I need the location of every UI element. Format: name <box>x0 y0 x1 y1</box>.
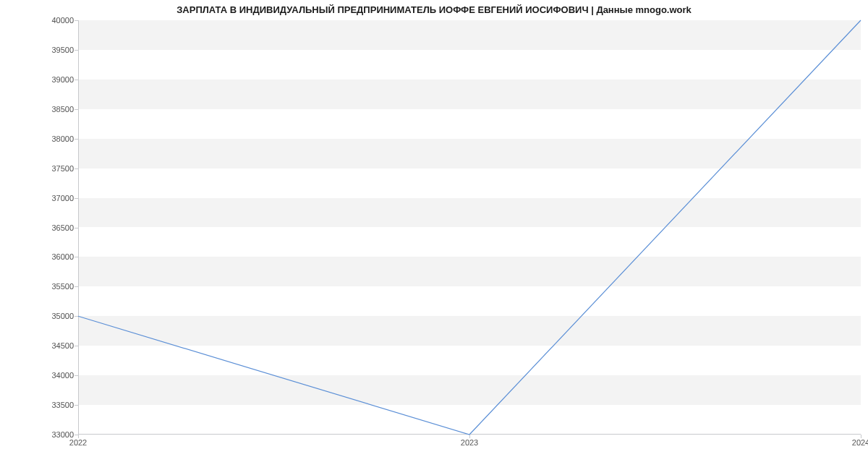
y-tick-mark <box>75 346 78 346</box>
y-tick-label: 33500 <box>9 401 74 409</box>
y-tick-mark <box>75 168 78 169</box>
y-tick-label: 37000 <box>9 194 74 202</box>
y-tick-label: 33000 <box>9 430 74 439</box>
x-tick-label: 2024 <box>852 438 868 447</box>
y-tick-label: 34500 <box>9 341 74 350</box>
y-tick-mark <box>75 139 78 140</box>
y-tick-label: 40000 <box>9 16 74 25</box>
y-tick-label: 34000 <box>9 371 74 380</box>
y-tick-label: 39500 <box>9 46 74 54</box>
y-tick-label: 37500 <box>9 164 74 173</box>
y-tick-mark <box>75 257 78 257</box>
y-tick-mark <box>75 20 78 21</box>
y-tick-mark <box>75 80 78 80</box>
y-tick-label: 36000 <box>9 252 74 261</box>
y-tick-mark <box>75 405 78 406</box>
y-tick-label: 38000 <box>9 134 74 143</box>
chart-title: ЗАРПЛАТА В ИНДИВИДУАЛЬНЫЙ ПРЕДПРИНИМАТЕЛ… <box>0 4 868 15</box>
y-tick-label: 35000 <box>9 312 74 320</box>
chart-container: ЗАРПЛАТА В ИНДИВИДУАЛЬНЫЙ ПРЕДПРИНИМАТЕЛ… <box>0 0 868 470</box>
y-tick-mark <box>75 198 78 199</box>
y-tick-label: 36500 <box>9 223 74 232</box>
x-tick-mark <box>78 435 79 438</box>
plot-area <box>78 20 861 435</box>
y-tick-label: 39000 <box>9 75 74 84</box>
y-tick-mark <box>75 109 78 110</box>
y-tick-mark <box>75 50 78 51</box>
series-line <box>78 20 861 435</box>
y-tick-mark <box>75 316 78 317</box>
y-tick-mark <box>75 228 78 228</box>
x-tick-label: 2023 <box>461 438 478 447</box>
line-layer <box>78 20 861 435</box>
x-tick-mark <box>861 435 861 438</box>
y-tick-label: 35500 <box>9 282 74 291</box>
y-tick-label: 38500 <box>9 105 74 114</box>
y-tick-mark <box>75 286 78 287</box>
x-tick-mark <box>469 435 470 438</box>
y-tick-mark <box>75 375 78 376</box>
x-tick-label: 2022 <box>69 438 87 447</box>
